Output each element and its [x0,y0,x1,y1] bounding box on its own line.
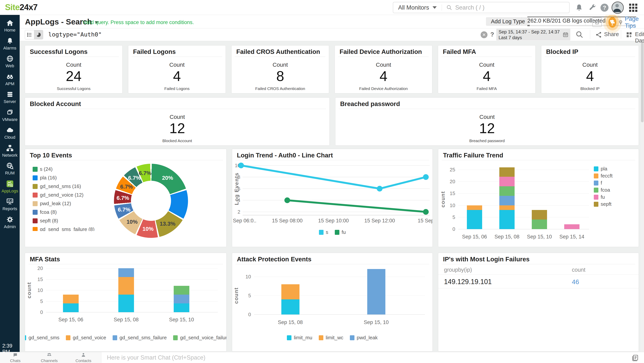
data-point-fu[interactable] [423,209,429,215]
metric-label: Count [335,62,432,68]
legend-item[interactable]: pwd_leak (12) [33,201,115,207]
legend-item[interactable]: limit_wc [319,335,343,341]
legend-item[interactable]: gd_send_sms_failure [112,335,167,341]
help-icon[interactable]: ? [600,4,608,12]
legend-item[interactable]: pla [594,166,607,172]
bar-segment-pwd_leak[interactable] [367,269,385,314]
tools-wrench-icon[interactable] [588,4,597,12]
sidebar-item-home[interactable]: Home [0,19,20,33]
data-point-s[interactable] [423,174,429,180]
legend-item[interactable]: gd_send_voice [66,335,106,341]
bar-segment-pla[interactable] [499,210,514,229]
bar-segment-sepft[interactable] [532,210,547,219]
bar-segment-gd_send_sms[interactable] [174,303,189,312]
gridline [458,170,589,170]
legend-item[interactable]: gd_send_sms (16) [33,183,115,189]
legend-item[interactable]: pla (16) [33,175,115,181]
search-input[interactable]: Search ( / ) [442,4,569,11]
bar-segment-fu[interactable] [564,224,580,229]
legend-item[interactable]: feccft [594,173,612,179]
legend-item[interactable]: gd_send_voice_failure [173,335,226,341]
share-icon[interactable] [595,31,602,38]
user-avatar[interactable] [612,2,624,14]
legend-item[interactable]: fu [335,229,346,235]
chats-tab[interactable]: Chats [4,352,27,363]
sidebar-item-label: Admin [0,224,20,229]
bar-segment-gd_send_sms_failure[interactable] [118,268,134,277]
clear-query-icon[interactable]: ✕ [480,31,488,38]
site24x7-logo[interactable]: Site24x7 [5,3,38,12]
legend-item[interactable]: limit_mu [287,335,312,341]
scrollbar-thumb[interactable] [641,42,644,122]
sidebar-item-alarms[interactable]: Alarms [0,37,20,51]
sidebar-item-web[interactable]: Web [0,55,20,68]
share-label[interactable]: Share [604,31,619,38]
page-title: AppLogs - Search [25,17,92,26]
run-search-icon[interactable] [576,31,584,39]
bar-segment-fcoa[interactable] [532,219,547,229]
legend-item[interactable]: sepft [594,201,611,207]
legend-item[interactable]: fu [594,194,605,200]
legend-item[interactable]: fcoa (8) [33,209,115,215]
data-point-s[interactable] [238,163,244,168]
bar-segment-gd_send_voice[interactable] [63,295,79,303]
bar-segment-feccft[interactable] [467,205,482,210]
bar-segment-fcoa[interactable] [499,186,514,196]
bar-segment-pla[interactable] [467,210,482,229]
sidebar-item-vmware[interactable]: VMware [0,108,20,122]
divider [235,57,326,57]
sidebar-item-admin[interactable]: Admin [0,215,20,229]
legend-item[interactable]: s (24) [33,166,115,172]
bar-segment-limit_wc[interactable] [281,284,300,299]
top10-legend: s (24)pla (16)gd_send_sms (16)gd_send_vo… [33,166,115,231]
apps-grid-icon[interactable] [629,4,638,12]
sidebar-item-cloud[interactable]: Cloud [0,126,20,140]
bar-segment-sepft[interactable] [499,167,514,177]
notes-panel-icon[interactable] [631,354,639,362]
date-range-picker[interactable]: Sep 15, 14:37 - Sep 22, 14:37 Last 7 day… [496,29,570,41]
channels-tab[interactable]: Channels [38,352,61,363]
bar-segment-feccft[interactable] [499,205,514,210]
dashboard-home-button[interactable] [592,17,602,27]
view-toggle[interactable] [25,30,43,39]
legend-item[interactable]: gd_send_voice (12) [33,192,115,198]
bar-segment-gd_send_sms[interactable] [118,295,134,312]
monitors-dropdown[interactable]: All Monitors [393,2,442,13]
legend-item[interactable]: pwd_leak [350,335,378,341]
sidebar-item-applogs[interactable]: AppLogs [0,180,20,194]
sidebar-item-network[interactable]: Network [0,144,20,158]
scrollbar-track[interactable] [640,41,644,352]
bar-segment-limit_mu[interactable] [281,299,300,314]
y-tick-label: 4 [238,197,240,203]
legend-item[interactable]: f [594,180,602,186]
sidebar-item-reports[interactable]: Reports [0,198,20,211]
query-input[interactable]: logtype="Auth0" [48,31,102,38]
legend-item[interactable]: fcoa [594,187,610,193]
page-tips-button[interactable]: Page Tips [608,16,644,29]
bar-segment-gd_send_voice_failure[interactable] [174,286,189,295]
legend-item[interactable]: gd_send_sms [25,335,59,341]
smart-chat-input[interactable]: Here is your Smart Chat (Ctrl+Space) [107,352,206,363]
legend-item[interactable]: s [319,229,328,235]
sidebar-item-rum[interactable]: RUM [0,162,20,176]
bar-segment-f[interactable] [499,196,514,205]
add-log-type-button[interactable]: Add Log Type [486,17,530,26]
bar-segment-gd_send_sms_failure[interactable] [174,295,189,303]
data-point-fu[interactable] [284,197,290,203]
bar-segment-gd_send_voice[interactable] [118,277,134,295]
edit-dashboard-icon[interactable] [626,32,632,38]
list-view-icon[interactable] [25,30,34,39]
bar-segment-gd_send_sms[interactable] [63,303,79,312]
contacts-tab[interactable]: Contacts [72,352,95,363]
legend-item[interactable]: sepft (8) [33,218,115,224]
bar-segment-fu[interactable] [499,177,514,186]
edit-dashboard-label[interactable]: Edit Dashboard [635,31,644,44]
sidebar-item-server[interactable]: Server [0,90,20,104]
sidebar-item-apm[interactable]: APM [0,73,20,86]
notifications-bell-icon[interactable] [575,4,583,12]
query-help-icon[interactable]: ? [490,31,494,38]
table-cell-count-link[interactable]: 46 [572,278,579,286]
chart-view-icon[interactable] [34,30,43,39]
data-point-s[interactable] [377,186,382,192]
legend-item[interactable]: gd_send_sms_failure (8) [33,226,115,231]
